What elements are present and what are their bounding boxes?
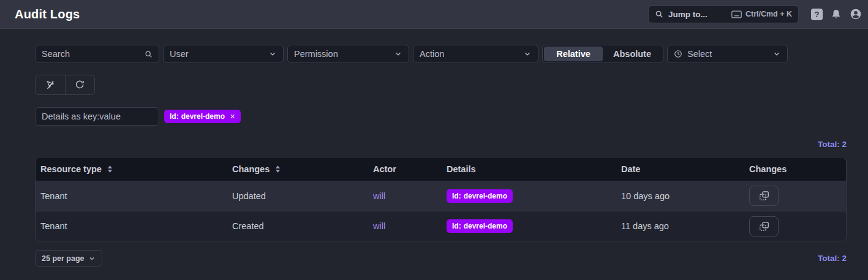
column-header-changes-actions: Changes: [744, 164, 846, 174]
audit-logs-page: User Permission Action Relative Absolute: [0, 29, 868, 267]
bell-icon: [831, 9, 842, 20]
time-range-select[interactable]: Select: [667, 45, 788, 63]
sort-icon: [274, 165, 282, 173]
jump-to-placeholder: Jump to...: [668, 10, 731, 19]
topbar: Audit Logs Jump to... Ctrl/Cmd + K ?: [0, 0, 868, 29]
page-size-label: 25 per page: [42, 254, 84, 263]
column-label: Changes: [232, 164, 270, 174]
time-mode-toggle: Relative Absolute: [542, 45, 663, 63]
topbar-actions: Jump to... Ctrl/Cmd + K ?: [648, 6, 862, 23]
chevron-down-icon: [394, 50, 402, 58]
notifications-button[interactable]: [831, 9, 842, 20]
chip-key: Id:: [452, 222, 461, 230]
search-input[interactable]: [42, 49, 145, 59]
column-header-date: Date: [616, 164, 744, 174]
jump-to-shortcut: Ctrl/Cmd + K: [745, 10, 792, 18]
chip-value: devrel-demo: [181, 112, 225, 121]
cell-resource-type: Tenant: [36, 191, 227, 201]
table-tools: [35, 75, 95, 95]
actor-link[interactable]: will: [373, 221, 385, 231]
details-filter-field: [35, 107, 159, 126]
cell-resource-type: Tenant: [36, 221, 227, 231]
view-changes-button[interactable]: [749, 216, 779, 236]
help-icon: ?: [811, 9, 823, 20]
copy-diff-icon: [759, 221, 769, 232]
sort-button[interactable]: [274, 165, 282, 173]
page-title: Audit Logs: [15, 7, 80, 21]
view-changes-button[interactable]: [749, 186, 779, 206]
chip-key: Id:: [452, 192, 461, 200]
total-count-top: Total: 2: [35, 140, 847, 149]
column-header-changes: Changes: [227, 164, 368, 174]
audit-log-table: Resource type Changes Actor Details Date: [35, 157, 847, 241]
table-footer: 25 per page Total: 2: [35, 250, 847, 267]
filter-bar: User Permission Action Relative Absolute: [35, 45, 847, 63]
avatar-icon: [850, 8, 862, 20]
cell-changes: Updated: [227, 191, 368, 201]
search-field: [35, 45, 159, 63]
search-icon: [655, 10, 663, 18]
sort-icon: [106, 165, 114, 173]
live-updates-off-button[interactable]: [36, 75, 65, 94]
column-header-details: Details: [442, 164, 616, 174]
chevron-down-icon: [772, 50, 781, 58]
jump-to-search[interactable]: Jump to... Ctrl/Cmd + K: [648, 6, 799, 23]
column-label: Resource type: [40, 164, 102, 174]
keyboard-icon: [731, 10, 742, 18]
cell-date: 11 days ago: [616, 221, 744, 231]
chip-key: Id:: [170, 112, 179, 121]
active-filter-chip[interactable]: Id: devrel-demo ✕: [164, 110, 241, 123]
cell-date: 10 days ago: [616, 191, 744, 201]
table-header-row: Resource type Changes Actor Details Date: [36, 157, 846, 181]
cursor-off-icon: [45, 80, 56, 91]
time-range-label: Select: [687, 49, 712, 59]
account-button[interactable]: [850, 8, 862, 20]
help-button[interactable]: ?: [811, 9, 823, 20]
chip-value: devrel-demo: [464, 222, 507, 230]
details-chip: Id: devrel-demo: [447, 189, 513, 203]
time-mode-relative[interactable]: Relative: [544, 47, 603, 61]
refresh-icon: [75, 80, 85, 90]
chip-value: devrel-demo: [464, 192, 507, 200]
column-header-actor: Actor: [368, 164, 442, 174]
table-row[interactable]: Tenant Updated will Id: devrel-demo 10 d…: [36, 181, 846, 211]
cell-changes: Created: [227, 221, 368, 231]
details-filter-row: Id: devrel-demo ✕: [35, 107, 847, 126]
actor-link[interactable]: will: [373, 191, 385, 201]
details-filter-input[interactable]: [42, 112, 153, 121]
chevron-down-icon: [523, 50, 532, 58]
table-row[interactable]: Tenant Created will Id: devrel-demo 11 d…: [36, 211, 846, 241]
page-size-select[interactable]: 25 per page: [35, 250, 102, 267]
user-filter-select[interactable]: User: [163, 45, 284, 63]
search-icon: [145, 50, 153, 58]
sort-button[interactable]: [106, 165, 114, 173]
total-count-bottom: Total: 2: [818, 254, 847, 263]
action-filter-label: Action: [420, 49, 444, 59]
refresh-button[interactable]: [65, 75, 94, 94]
time-mode-absolute[interactable]: Absolute: [603, 47, 662, 61]
column-header-resource-type: Resource type: [36, 164, 227, 174]
chevron-down-icon: [268, 50, 277, 58]
user-filter-label: User: [170, 49, 189, 59]
close-icon[interactable]: ✕: [230, 113, 235, 121]
clock-icon: [674, 50, 682, 58]
permission-filter-label: Permission: [294, 49, 338, 59]
details-chip: Id: devrel-demo: [447, 219, 513, 233]
copy-diff-icon: [759, 191, 769, 201]
chevron-down-icon: [88, 255, 96, 262]
action-filter-select[interactable]: Action: [413, 45, 538, 63]
permission-filter-select[interactable]: Permission: [287, 45, 409, 63]
